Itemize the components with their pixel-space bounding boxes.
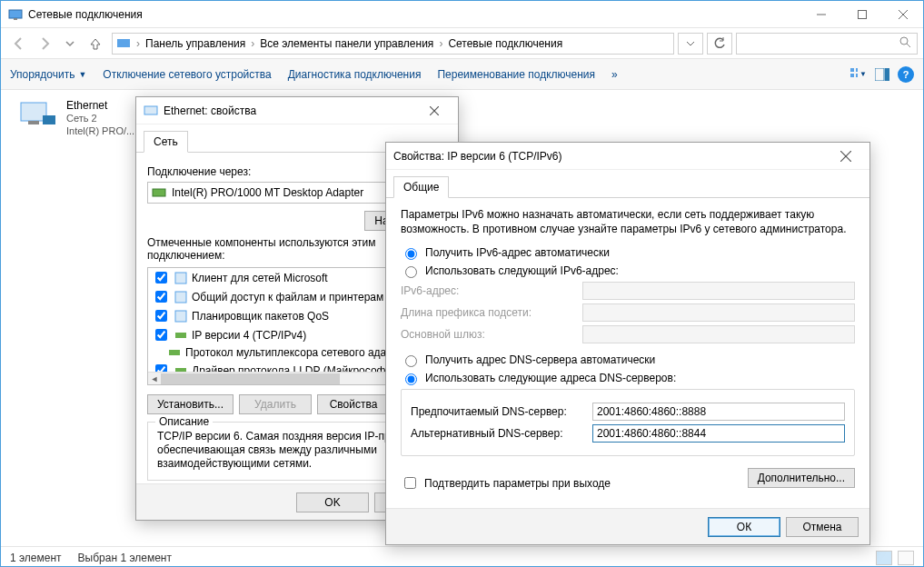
svg-rect-6: [117, 39, 130, 47]
alternate-dns-label: Альтернативный DNS-сервер:: [411, 427, 592, 440]
forward-button[interactable]: [32, 31, 57, 56]
address-bar[interactable]: › Панель управления › Все элементы панел…: [112, 33, 674, 55]
preferred-dns-label: Предпочитаемый DNS-сервер:: [411, 405, 592, 418]
svg-rect-13: [875, 68, 884, 81]
tab-label: Сеть: [154, 135, 178, 148]
component-label: Планировщик пакетов QoS: [192, 310, 329, 323]
component-icon: [174, 309, 188, 323]
svg-rect-22: [175, 273, 186, 284]
breadcrumb-part[interactable]: Все элементы панели управления: [256, 37, 437, 50]
dialog-close-button[interactable]: [830, 145, 862, 167]
minimize-button[interactable]: [800, 2, 841, 27]
svg-line-8: [907, 44, 910, 47]
organize-menu[interactable]: Упорядочить▼: [10, 68, 86, 81]
ethernet-icon: [19, 99, 59, 132]
radio-manual-ip-input[interactable]: [405, 266, 417, 278]
ipv6-address-label: IPv6-адрес:: [401, 284, 582, 297]
statusbar: 1 элемент Выбран 1 элемент: [1, 546, 923, 567]
breadcrumb-part[interactable]: Панель управления: [142, 37, 249, 50]
window-icon: [8, 7, 23, 22]
svg-rect-15: [21, 103, 46, 121]
status-count: 1 элемент: [10, 552, 62, 564]
radio-auto-dns-label: Получить адрес DNS-сервера автоматически: [425, 353, 655, 366]
svg-rect-11: [850, 74, 854, 77]
help-icon[interactable]: ?: [898, 66, 914, 83]
radio-manual-dns-input[interactable]: [405, 373, 417, 385]
dialog-titlebar: Ethernet: свойства: [136, 97, 458, 124]
window-title: Сетевые подключения: [28, 8, 800, 21]
dialog-close-button[interactable]: [418, 100, 451, 122]
cancel-button[interactable]: Отмена: [786, 517, 859, 537]
tab-general[interactable]: Общие: [393, 176, 449, 198]
validate-on-exit-checkbox[interactable]: Подтвердить параметры при выходе: [401, 474, 611, 492]
refresh-button[interactable]: [707, 33, 732, 55]
rename-label: Переименование подключения: [437, 68, 595, 81]
validate-on-exit-input[interactable]: [404, 477, 416, 489]
svg-rect-12: [856, 74, 858, 77]
network-connections-window: Сетевые подключения › Панель управления …: [0, 0, 924, 567]
large-icons-view-icon[interactable]: [898, 551, 914, 565]
svg-rect-0: [9, 10, 22, 18]
dialog-title: Ethernet: свойства: [164, 104, 418, 117]
alternate-dns-input[interactable]: [592, 424, 845, 443]
connection-network: Сеть 2: [66, 112, 134, 124]
component-checkbox[interactable]: [155, 291, 167, 303]
close-button[interactable]: [882, 2, 923, 27]
component-icon: [167, 345, 182, 360]
remove-button[interactable]: Удалить: [239, 394, 312, 414]
component-checkbox[interactable]: [155, 329, 167, 341]
default-gateway-label: Основной шлюз:: [401, 328, 582, 341]
radio-auto-ip-input[interactable]: [405, 248, 417, 260]
radio-auto-ip[interactable]: Получить IPv6-адрес автоматически: [401, 245, 855, 260]
adapter-name: Intel(R) PRO/1000 MT Desktop Adapter: [172, 186, 363, 199]
tab-network[interactable]: Сеть: [144, 131, 188, 153]
search-input[interactable]: [736, 33, 918, 55]
svg-rect-14: [885, 68, 889, 81]
dialog-titlebar: Свойства: IP версии 6 (TCP/IPv6): [386, 143, 869, 170]
svg-rect-21: [153, 189, 165, 196]
properties-button[interactable]: Свойства: [317, 394, 390, 414]
install-button[interactable]: Установить...: [147, 394, 233, 414]
radio-auto-dns-input[interactable]: [405, 355, 417, 367]
validate-on-exit-label: Подтвердить параметры при выходе: [424, 477, 611, 490]
svg-rect-23: [175, 292, 186, 303]
view-icon[interactable]: ▼: [850, 66, 867, 83]
titlebar: Сетевые подключения: [1, 1, 923, 28]
breadcrumb-part[interactable]: Сетевые подключения: [444, 37, 566, 50]
ok-button[interactable]: OK: [296, 492, 369, 512]
radio-manual-dns[interactable]: Использовать следующие адреса DNS-сервер…: [401, 371, 855, 385]
rename-button[interactable]: Переименование подключения: [437, 68, 595, 81]
details-view-icon[interactable]: [876, 551, 892, 565]
radio-manual-dns-label: Использовать следующие адреса DNS-сервер…: [425, 372, 676, 384]
history-dropdown[interactable]: [57, 31, 83, 56]
component-checkbox[interactable]: [155, 272, 167, 284]
more-button[interactable]: »: [611, 68, 618, 81]
ipv6-properties-dialog: Свойства: IP версии 6 (TCP/IPv6) Общие П…: [385, 142, 870, 545]
address-dropdown[interactable]: [678, 33, 703, 55]
up-button[interactable]: [83, 31, 108, 56]
ipv6-address-input: [582, 282, 855, 300]
svg-rect-1: [14, 18, 17, 20]
tab-label: Общие: [403, 181, 439, 194]
more-label: »: [611, 68, 618, 81]
window-controls: [800, 2, 923, 27]
ok-button[interactable]: ОК: [708, 517, 780, 537]
advanced-button[interactable]: Дополнительно...: [748, 468, 855, 488]
radio-manual-ip[interactable]: Использовать следующий IPv6-адрес:: [401, 264, 855, 278]
remove-label: Удалить: [254, 398, 296, 411]
connection-item-ethernet[interactable]: Ethernet Сеть 2 Intel(R) PRO/...: [19, 99, 134, 137]
connection-adapter: Intel(R) PRO/...: [66, 124, 134, 137]
maximize-button[interactable]: [841, 2, 882, 27]
component-label: Клиент для сетей Microsoft: [192, 272, 328, 284]
preview-pane-icon[interactable]: [874, 66, 890, 83]
back-button[interactable]: [6, 31, 32, 56]
component-checkbox[interactable]: [155, 310, 167, 322]
radio-auto-dns[interactable]: Получить адрес DNS-сервера автоматически: [401, 353, 855, 367]
svg-rect-17: [43, 115, 55, 124]
component-icon: [174, 271, 188, 285]
disable-device-button[interactable]: Отключение сетевого устройства: [103, 68, 271, 81]
info-text: Параметры IPv6 можно назначать автоматич…: [401, 207, 855, 236]
breadcrumb-icon: [116, 36, 131, 51]
preferred-dns-input[interactable]: [592, 403, 845, 421]
diagnose-button[interactable]: Диагностика подключения: [288, 68, 422, 81]
